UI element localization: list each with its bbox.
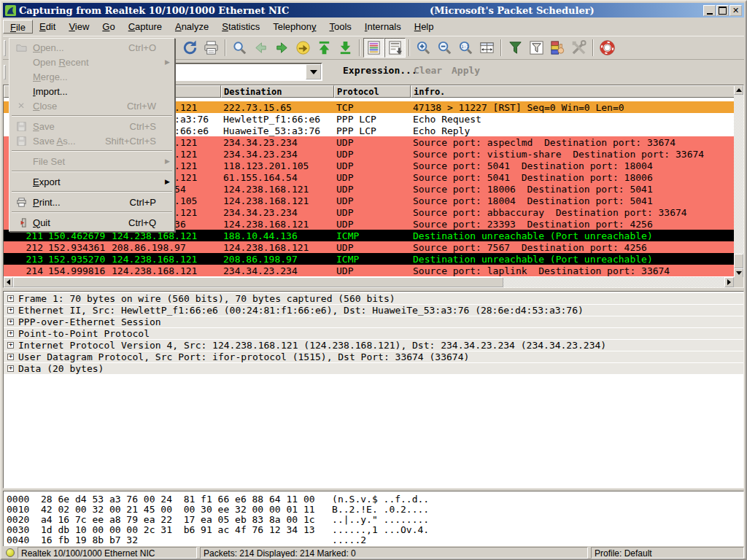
toolbar-separator [409, 39, 410, 56]
menu-go[interactable]: Go [96, 20, 121, 34]
expander-icon[interactable] [7, 342, 14, 349]
maximize-button[interactable] [716, 5, 729, 16]
status-profile[interactable]: Profile: Default [591, 547, 744, 559]
hex-dump-line[interactable]: 0010 42 02 00 32 00 21 45 00 00 30 ee 32… [7, 504, 743, 514]
cell-proto: UDP [334, 265, 411, 276]
file-menu-item-label: Print... [33, 197, 130, 208]
detail-tree-row[interactable]: User Datagram Protocol, Src Port: ifor-p… [4, 351, 743, 363]
hex-dump-line[interactable]: 0020 a4 16 7c ee a8 79 ea 22 17 ea 05 eb… [7, 514, 743, 524]
detail-text: Point-to-Point Protocol [18, 328, 150, 339]
go-top-button[interactable] [314, 38, 335, 58]
cell-dst: 61.155.164.54 [221, 171, 334, 183]
menu-edit[interactable]: Edit [33, 20, 62, 34]
print-button[interactable] [201, 38, 222, 58]
help-button[interactable] [597, 38, 618, 58]
file-menu-item-label: Open... [33, 42, 128, 53]
packet-list-horizontal-scrollbar[interactable] [4, 277, 734, 287]
expander-icon[interactable] [7, 354, 14, 360]
reload-button[interactable] [179, 38, 201, 58]
menu-telephony[interactable]: Telephony [266, 20, 322, 34]
packet-list-vertical-scrollbar[interactable] [734, 85, 743, 278]
expression-button[interactable]: Expression... [343, 65, 417, 76]
column-header-info[interactable]: infro. [411, 85, 743, 98]
menu-view[interactable]: View [62, 20, 96, 34]
expander-icon[interactable] [7, 365, 14, 372]
filterbar-drag-handle[interactable] [4, 65, 6, 79]
expander-icon[interactable] [7, 295, 14, 302]
cell-proto: UDP [334, 183, 411, 195]
packet-row[interactable]: 214154.999816124.238.168.121234.34.23.23… [4, 265, 734, 276]
menu-analyze[interactable]: Analyze [169, 20, 215, 34]
zoom-in-button[interactable] [413, 38, 434, 58]
file-menu-item-save[interactable]: SaveCtrl+S [10, 119, 174, 133]
colorize-button[interactable] [363, 38, 384, 58]
find-button[interactable] [229, 38, 250, 58]
hex-dump-line[interactable]: 0030 1d db 10 00 00 00 2c 31 b6 91 ac 4f… [7, 524, 743, 534]
file-menu-item-merge[interactable]: Merge... [10, 69, 174, 84]
coloring-rules-button[interactable] [547, 38, 568, 58]
zoom-out-button[interactable] [434, 38, 455, 58]
detail-text: Data (20 bytes) [18, 363, 104, 374]
file-menu-item-open-recent[interactable]: Open Recent▶ [10, 55, 174, 69]
detail-tree-row[interactable]: Ethernet II, Src: HewlettP_f1:66:e6 (00:… [4, 305, 743, 316]
menu-internals[interactable]: Internals [358, 20, 408, 34]
filter-dropdown-button[interactable] [306, 64, 321, 79]
close-button[interactable]: ✕ [729, 5, 742, 16]
cell-info: Source port: aspeclmd Destination port: … [411, 136, 734, 148]
zoom-actual-button[interactable]: 1:1 [455, 38, 476, 58]
file-menu-item-print[interactable]: Print...Ctrl+P [10, 195, 174, 209]
file-menu-item-open[interactable]: Open...Ctrl+O [10, 40, 174, 55]
menu-capture[interactable]: Capture [122, 20, 169, 34]
scroll-left-button[interactable] [4, 277, 13, 287]
apply-button[interactable]: Apply [452, 65, 480, 76]
blank-icon [15, 86, 28, 97]
file-menu-item-save-as[interactable]: Save As...Shift+Ctrl+S [10, 133, 174, 148]
detail-tree-row[interactable]: Data (20 bytes) [4, 363, 743, 375]
hex-dump-line[interactable]: 0040 16 fb 19 8b b7 32 .....2 [7, 534, 743, 545]
go-bottom-button[interactable] [335, 38, 356, 58]
display-filters-button[interactable] [526, 38, 547, 58]
horizontal-scroll-thumb[interactable] [13, 277, 503, 287]
file-menu-item-close[interactable]: ✕CloseCtrl+W [10, 98, 174, 113]
file-menu-item-quit[interactable]: QuitCtrl+Q [10, 215, 174, 230]
file-menu-item-export[interactable]: Export▶ [10, 174, 174, 189]
preferences-button[interactable] [568, 38, 589, 58]
menu-file[interactable]: File [3, 20, 33, 34]
file-menu-item-file-set[interactable]: File Set▶ [10, 154, 174, 168]
go-back-button[interactable] [250, 38, 271, 58]
expander-icon[interactable] [7, 307, 14, 314]
column-header-destination[interactable]: Destination [221, 85, 334, 98]
detail-tree-row[interactable]: Point-to-Point Protocol [4, 328, 743, 340]
packet-row[interactable]: 212152.934361208.86.198.97124.238.168.12… [4, 241, 734, 253]
auto-scroll-button[interactable] [384, 38, 406, 58]
go-forward-button[interactable] [271, 38, 293, 58]
cell-dst: 124.238.168.121 [221, 195, 334, 206]
menu-statistics[interactable]: Statistics [215, 20, 266, 34]
toolbar-drag-handle[interactable] [4, 40, 6, 56]
detail-tree-row[interactable]: Frame 1: 70 bytes on wire (560 bits), 70… [4, 293, 743, 305]
scroll-right-button[interactable] [724, 277, 734, 287]
vertical-scroll-thumb[interactable] [734, 254, 743, 268]
cell-info: Source port: 5041 Destination port: 1800… [411, 160, 734, 171]
title-bar: Capturing from Realtek 10/100/1000 Ether… [3, 3, 744, 18]
resize-columns-button[interactable] [476, 38, 498, 58]
scroll-up-button[interactable] [734, 85, 743, 95]
menu-help[interactable]: Help [408, 20, 441, 34]
detail-tree-row[interactable]: Internet Protocol Version 4, Src: 124.23… [4, 340, 743, 351]
detail-tree-row[interactable]: PPP-over-Ethernet Session [4, 316, 743, 328]
status-bar: Realtek 10/100/1000 Ethernet NIC Packets… [3, 546, 744, 559]
capture-filters-button[interactable] [505, 38, 526, 58]
cell-no: 214 [4, 265, 44, 276]
menu-tools[interactable]: Tools [323, 20, 358, 34]
file-menu-item-import[interactable]: Import... [10, 84, 174, 98]
file-menu-item-label: Save As... [33, 136, 105, 147]
clear-button[interactable]: Clear [414, 65, 442, 76]
packet-row[interactable]: 213152.935270124.238.168.121208.86.198.9… [4, 253, 734, 265]
column-header-protocol[interactable]: Protocol [334, 85, 411, 98]
expander-icon[interactable] [7, 319, 14, 325]
go-to-button[interactable] [293, 38, 314, 58]
hex-dump-line[interactable]: 0000 28 6e d4 53 a3 76 00 24 81 f1 66 e6… [7, 494, 743, 504]
minimize-button[interactable] [703, 5, 716, 16]
expander-icon[interactable] [7, 330, 14, 337]
cell-proto: UDP [334, 218, 411, 230]
